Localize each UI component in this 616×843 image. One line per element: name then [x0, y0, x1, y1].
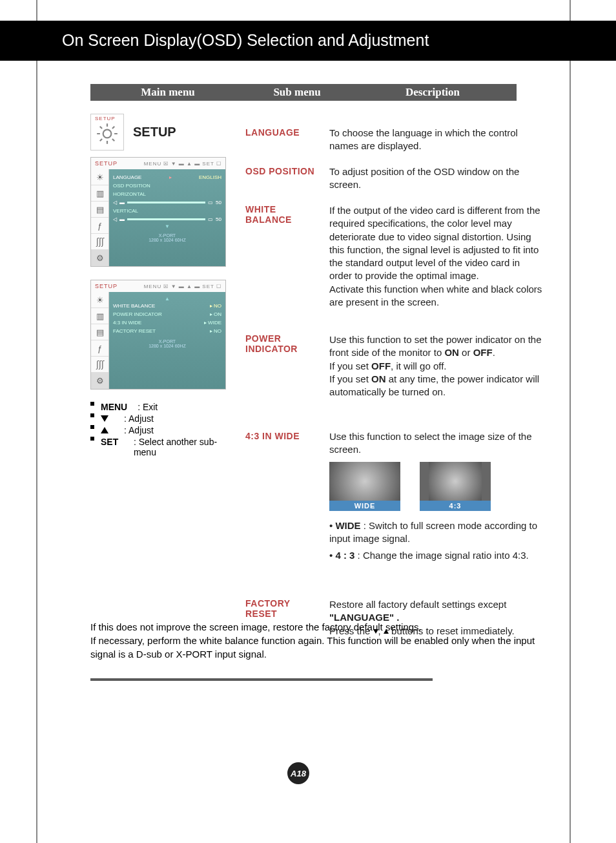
osd2-r0-label: WHITE BALANCE [113, 303, 155, 309]
legend-set-desc: : Select another sub-menu [134, 437, 231, 457]
brightness-icon: ☀ [91, 292, 108, 308]
button-legend: MENU : Exit : Adjust : Adjust SET : Sele… [90, 401, 239, 458]
aspect-caption-wide: WIDE [329, 501, 400, 511]
osd2-r1-label: POWER INDICATOR [113, 311, 162, 317]
osd2-r2-val: ▸ WIDE [204, 320, 221, 326]
bullet-icon [90, 402, 94, 406]
col-head-sub: Sub menu [245, 84, 349, 101]
osd1-top: SETUP MENU ☒ ▼ ▬ ▲ ▬ SET ☐ [91, 158, 225, 169]
up-arrow-icon [101, 427, 108, 433]
legend-menu-desc: : Exit [138, 402, 158, 412]
osd2-icon-column: ☀ ▥ ▤ ƒ ʃʃʃ ⚙ [91, 292, 109, 389]
fez-icon: ƒ [91, 218, 108, 234]
main-menu-heading: SETUP SETUP [90, 114, 239, 151]
svg-point-0 [103, 130, 112, 138]
osd2-top-icons: MENU ☒ ▼ ▬ ▲ ▬ SET ☐ [144, 284, 221, 289]
osd2-r3-label: FACTORY RESET [113, 328, 156, 334]
osd1-icon-column: ☀ ▥ ▤ ƒ ʃʃʃ ⚙ [91, 169, 109, 266]
osd1-top-icons: MENU ☒ ▼ ▬ ▲ ▬ SET ☐ [144, 161, 221, 167]
bullet-icon [90, 425, 94, 429]
osd1-horiz-val: 50 [216, 200, 221, 205]
setup-gear-icon-box: SETUP [90, 114, 124, 151]
main-menu-title: SETUP [133, 125, 176, 140]
submenu-osd-position: OSD POSITION [245, 166, 316, 176]
submenu-white-balance: WHITE BALANCE [245, 204, 316, 225]
aspect-images: WIDE 4:3 [329, 462, 542, 511]
col-head-main: Main menu [90, 84, 245, 101]
pi-l3a: If you set [329, 373, 371, 384]
setup-small-label: SETUP [95, 116, 119, 121]
osd1-horiz-label: HORIZONTAL [113, 191, 146, 197]
desc-aspect: Use this function to select the image si… [329, 430, 542, 457]
pi-or: or [459, 347, 473, 358]
page-number: A18 [287, 762, 309, 784]
fr-d1: Restore all factory default settings exc… [329, 599, 506, 610]
header-bar: On Screen Display(OSD) Selection and Adj… [0, 21, 616, 61]
osd2-r2-label: 4:3 IN WIDE [113, 320, 141, 326]
submenu-power-indicator: POWER INDICATOR [245, 333, 316, 354]
pi-on: ON [444, 347, 459, 358]
sss-icon: ʃʃʃ [91, 234, 108, 250]
desc-white-balance: If the output of the video card is diffe… [329, 204, 542, 309]
aspect-image-wide [329, 462, 400, 501]
color-icon: ▥ [91, 308, 108, 324]
page-left-rule [36, 0, 37, 843]
osd2-r3-val: ▸ NO [210, 328, 221, 334]
pi-l2off: OFF [371, 360, 391, 371]
submenu-factory-reset: FACTORY RESET [245, 598, 316, 619]
desc-power-indicator: Use this function to set the power indic… [329, 333, 542, 399]
submenu-language: LANGUAGE [245, 127, 300, 138]
osd2-top: SETUP MENU ☒ ▼ ▬ ▲ ▬ SET ☐ [91, 280, 225, 292]
footnote: If this does not improve the screen imag… [90, 620, 549, 661]
fez-icon: ƒ [91, 340, 108, 357]
osd2-r0-val: ▸ NO [210, 303, 221, 309]
bullet-icon [90, 437, 94, 441]
legend-menu-key: MENU [101, 402, 127, 412]
osd-preview-2: SETUP MENU ☒ ▼ ▬ ▲ ▬ SET ☐ ☀ ▥ ▤ ƒ ʃʃʃ ⚙ [90, 280, 226, 390]
column-header-row: Main menuSub menuDescription [90, 84, 542, 102]
pi-part1: Use this function to set the power indic… [329, 334, 542, 358]
osd1-vert-val: 50 [216, 216, 221, 222]
legend-up-desc: : Adjust [124, 425, 154, 435]
page-right-rule [570, 0, 571, 843]
osd1-osdpos: OSD POSITION [113, 183, 150, 189]
osd1-info: X-PORT 1280 x 1024 60HZ [113, 229, 221, 242]
osd1-top-label: SETUP [95, 160, 118, 167]
sss-icon: ʃʃʃ [91, 357, 108, 373]
osd1-horiz-slider: ◁▬▭50 [113, 198, 221, 207]
col-head-desc: Description [349, 84, 517, 101]
osd1-vert-slider: ◁▬▭50 [113, 215, 221, 224]
osd-preview-1: SETUP MENU ☒ ▼ ▬ ▲ ▬ SET ☐ ☀ ▥ ▤ ƒ ʃʃʃ ⚙ [90, 157, 226, 267]
osd1-lang-label: LANGUAGE [113, 174, 141, 180]
pi-l2b: , it will go off. [391, 360, 446, 371]
aspect-caption-43: 4:3 [420, 501, 491, 511]
brightness-icon: ☀ [91, 169, 108, 185]
legend-set-key: SET [101, 437, 118, 447]
osd2-top-label: SETUP [95, 283, 118, 289]
aspect-bullets: • WIDE : Switch to full screen mode acco… [329, 517, 542, 565]
osd2-panel: ▲ WHITE BALANCE▸ NO POWER INDICATOR▸ ON … [109, 292, 225, 389]
tracking-icon: ▤ [91, 202, 108, 218]
tracking-icon: ▤ [91, 324, 108, 340]
submenu-aspect: 4:3 IN WIDE [245, 431, 300, 441]
pi-l3on: ON [371, 373, 386, 384]
legend-down-desc: : Adjust [124, 413, 154, 424]
setup-icon: ⚙ [91, 373, 108, 389]
osd1-lang-value: ENGLISH [199, 174, 221, 180]
page-title: On Screen Display(OSD) Selection and Adj… [0, 21, 616, 50]
osd1-vert-label: VERTICAL [113, 208, 138, 214]
desc-language: To choose the language in which the cont… [329, 127, 542, 153]
pi-dot: . [493, 347, 495, 358]
pi-l2a: If you set [329, 360, 371, 371]
aspect-image-43 [420, 462, 491, 501]
osd2-r1-val: ▸ ON [210, 311, 221, 317]
aspect-bullet-wide: • WIDE : Switch to full screen mode acco… [329, 517, 542, 548]
footer-rule [90, 678, 433, 681]
bullet-icon [90, 413, 94, 417]
osd2-info: X-PORT 1280 x 1024 60HZ [113, 335, 221, 348]
desc-osd-position: To adjust position of the OSD window on … [329, 165, 542, 192]
pi-off: OFF [473, 347, 493, 358]
down-arrow-icon [101, 415, 108, 422]
gear-icon [95, 121, 119, 146]
setup-icon: ⚙ [91, 250, 108, 266]
